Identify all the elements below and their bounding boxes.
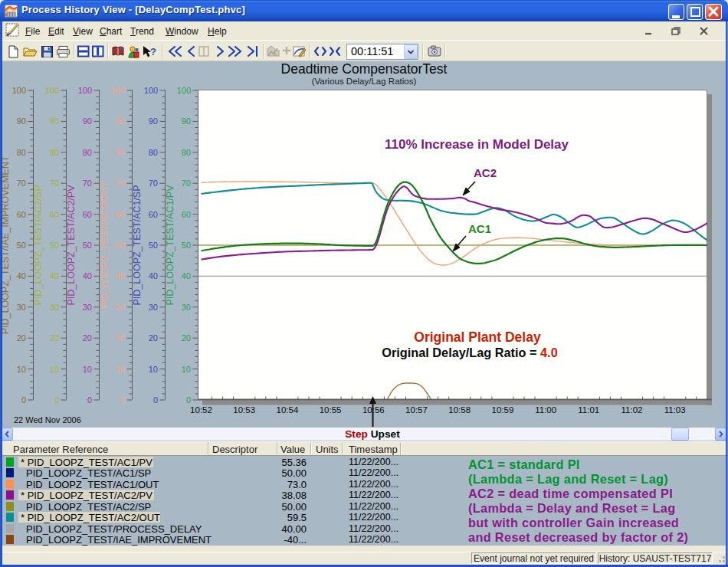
svg-text:10:54: 10:54 bbox=[277, 405, 299, 415]
svg-text:100: 100 bbox=[111, 86, 125, 95]
svg-text:110% Increase in Model Delay: 110% Increase in Model Delay bbox=[385, 137, 569, 152]
svg-text:90: 90 bbox=[17, 116, 26, 126]
svg-text:30: 30 bbox=[182, 303, 191, 312]
svg-text:10:57: 10:57 bbox=[405, 405, 428, 415]
svg-text:10: 10 bbox=[182, 365, 191, 374]
svg-text:60: 60 bbox=[182, 210, 191, 219]
svg-text:60: 60 bbox=[50, 210, 59, 219]
svg-text:60: 60 bbox=[17, 210, 26, 219]
svg-text:PID_LOOPZ_TEST/AC2/PV: PID_LOOPZ_TEST/AC2/PV bbox=[66, 185, 77, 306]
svg-text:Original Delay/Lag Ratio = 4.0: Original Delay/Lag Ratio = 4.0 bbox=[382, 346, 557, 359]
svg-text:10:58: 10:58 bbox=[448, 405, 471, 415]
svg-text:80: 80 bbox=[50, 148, 59, 157]
svg-text:20: 20 bbox=[50, 333, 59, 342]
svg-text:40: 40 bbox=[17, 271, 26, 280]
svg-text:10:55: 10:55 bbox=[320, 405, 342, 415]
svg-text:50: 50 bbox=[116, 241, 125, 250]
svg-text:30: 30 bbox=[83, 303, 92, 312]
svg-text:11:02: 11:02 bbox=[621, 405, 643, 415]
svg-text:10: 10 bbox=[17, 365, 26, 374]
svg-text:50: 50 bbox=[149, 241, 158, 250]
svg-text:60: 60 bbox=[83, 210, 92, 219]
svg-text:0: 0 bbox=[120, 395, 125, 405]
svg-text:11:01: 11:01 bbox=[578, 405, 599, 415]
svg-text:PID_LOOPZ_TEST/AC1/PV: PID_LOOPZ_TEST/AC1/PV bbox=[165, 185, 175, 306]
svg-text:40: 40 bbox=[182, 271, 191, 280]
svg-text:20: 20 bbox=[149, 333, 158, 342]
svg-text:0: 0 bbox=[87, 395, 92, 405]
svg-text:60: 60 bbox=[116, 210, 125, 219]
svg-text:70: 70 bbox=[83, 179, 92, 188]
svg-text:10:59: 10:59 bbox=[492, 405, 514, 415]
svg-text:70: 70 bbox=[17, 179, 26, 188]
svg-text:Original Plant Delay: Original Plant Delay bbox=[414, 329, 541, 345]
svg-text:11:00: 11:00 bbox=[535, 405, 556, 415]
svg-text:PID_LOOPZ_TEST/AC1/OUT: PID_LOOPZ_TEST/AC1/OUT bbox=[99, 181, 110, 309]
svg-text:40: 40 bbox=[83, 271, 92, 280]
svg-text:100: 100 bbox=[177, 86, 191, 95]
svg-text:PID_LOOPZ_TEST/AC2/SP: PID_LOOPZ_TEST/AC2/SP bbox=[33, 185, 44, 306]
svg-text:70: 70 bbox=[149, 179, 158, 188]
svg-text:40: 40 bbox=[149, 271, 158, 280]
svg-text:30: 30 bbox=[17, 303, 26, 312]
svg-text:100: 100 bbox=[45, 86, 59, 95]
svg-text:70: 70 bbox=[182, 179, 191, 188]
svg-text:PID_LOOPZ_TEST/AC1/SP: PID_LOOPZ_TEST/AC1/SP bbox=[132, 185, 143, 306]
svg-text:70: 70 bbox=[50, 179, 59, 188]
svg-text:90: 90 bbox=[182, 116, 191, 126]
svg-text:AC1: AC1 bbox=[468, 222, 491, 235]
svg-text:0: 0 bbox=[21, 395, 26, 405]
svg-text:30: 30 bbox=[116, 303, 125, 312]
svg-text:90: 90 bbox=[149, 116, 158, 126]
svg-text:0: 0 bbox=[186, 395, 191, 405]
svg-text:60: 60 bbox=[149, 210, 158, 219]
svg-text:50: 50 bbox=[182, 241, 191, 250]
svg-text:50: 50 bbox=[83, 241, 92, 250]
svg-text:90: 90 bbox=[83, 116, 92, 126]
svg-text:0: 0 bbox=[153, 395, 158, 405]
svg-text:40: 40 bbox=[50, 271, 59, 280]
svg-text:10:53: 10:53 bbox=[233, 405, 255, 415]
svg-text:80: 80 bbox=[116, 148, 125, 157]
svg-text:20: 20 bbox=[17, 333, 26, 342]
svg-text:10: 10 bbox=[83, 365, 92, 374]
svg-text:80: 80 bbox=[149, 148, 158, 157]
svg-text:100: 100 bbox=[78, 86, 92, 95]
svg-text:80: 80 bbox=[83, 148, 92, 157]
svg-text:30: 30 bbox=[50, 303, 59, 312]
svg-text:50: 50 bbox=[17, 241, 26, 250]
svg-text:10:52: 10:52 bbox=[190, 405, 212, 415]
svg-text:80: 80 bbox=[182, 148, 191, 157]
svg-text:10: 10 bbox=[149, 365, 158, 374]
svg-text:22 Wed Nov 2006: 22 Wed Nov 2006 bbox=[14, 415, 81, 424]
svg-text:90: 90 bbox=[50, 116, 59, 126]
svg-text:20: 20 bbox=[116, 333, 125, 342]
svg-text:50: 50 bbox=[50, 241, 59, 250]
svg-text:90: 90 bbox=[116, 116, 125, 126]
svg-text:10: 10 bbox=[116, 365, 125, 374]
svg-text:0: 0 bbox=[54, 395, 59, 405]
svg-text:10: 10 bbox=[50, 365, 59, 374]
svg-text:30: 30 bbox=[149, 303, 158, 312]
svg-text:AC2: AC2 bbox=[474, 166, 497, 179]
svg-text:11:03: 11:03 bbox=[664, 405, 686, 415]
svg-text:100: 100 bbox=[12, 86, 26, 95]
svg-text:70: 70 bbox=[116, 179, 125, 188]
svg-text:100: 100 bbox=[144, 86, 158, 95]
svg-text:20: 20 bbox=[182, 333, 191, 342]
svg-text:80: 80 bbox=[17, 148, 26, 157]
svg-text:20: 20 bbox=[83, 333, 92, 342]
svg-text:40: 40 bbox=[116, 271, 125, 280]
